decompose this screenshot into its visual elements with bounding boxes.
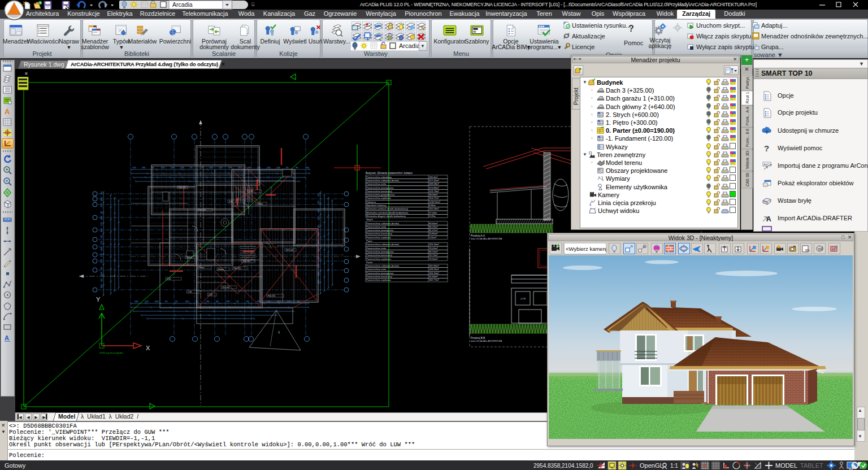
svg-text:244: 244: [276, 166, 280, 169]
svg-text:Kubatura: Kubatura: [366, 201, 376, 203]
svg-text:27.44m: 27.44m: [429, 211, 437, 214]
svg-text:379: 379: [100, 241, 103, 245]
svg-text:379: 379: [287, 300, 291, 303]
svg-text:TABLET: TABLET: [800, 462, 823, 469]
svg-text:<Wybierz kamerę>: <Wybierz kamerę>: [566, 246, 606, 252]
svg-text:124.73m²: 124.73m²: [429, 190, 439, 193]
svg-text:148.25m²: 148.25m²: [429, 268, 439, 271]
svg-text:Minimalna szerokość działki bu: Minimalna szerokość działki budowlanej: [366, 211, 408, 214]
svg-text:19.73m²: 19.73m²: [429, 254, 438, 256]
svg-text:244: 244: [100, 228, 103, 232]
svg-text:Minimalna wielkość działki (bu: Minimalna wielkość działki (budowlanej): [366, 207, 409, 210]
svg-text:156.15m²: 156.15m²: [429, 272, 439, 275]
svg-text:244: 244: [100, 247, 103, 251]
svg-text:90: 90: [100, 211, 103, 214]
svg-text:Podrys: Podrys: [745, 77, 750, 89]
svg-text:120: 120: [132, 166, 136, 169]
svg-text:81.47m²: 81.47m²: [429, 229, 438, 232]
svg-text:Strych: Strych: [366, 218, 374, 221]
svg-text:244: 244: [267, 166, 271, 169]
svg-text:610: 610: [155, 300, 159, 303]
svg-text:2.01: 2.01: [229, 201, 233, 203]
svg-text:181: 181: [134, 300, 138, 303]
svg-text:181: 181: [317, 224, 320, 228]
svg-text:Garaż: Garaż: [186, 256, 192, 259]
svg-text:Powierzchnia netto: Powierzchnia netto: [366, 268, 387, 271]
svg-text:3D: 3D: [818, 247, 822, 251]
svg-text:181: 181: [100, 234, 103, 238]
svg-text:Arcadia: Arcadia: [399, 42, 420, 49]
svg-text:379: 379: [100, 222, 103, 226]
svg-text:Powierzchnia konstrukcji: Powierzchnia konstrukcji: [366, 232, 392, 235]
svg-text:244: 244: [100, 197, 103, 201]
svg-text:38.58m²: 38.58m²: [429, 193, 438, 196]
svg-text:Powierzchnia całkowita (brutto: Powierzchnia całkowita (brutto): [366, 179, 400, 182]
svg-text:474.89m²: 474.89m²: [429, 186, 439, 189]
svg-text:181: 181: [100, 278, 103, 282]
svg-text:193.16m²: 193.16m²: [429, 243, 439, 246]
svg-text:244: 244: [305, 166, 309, 169]
svg-text:181: 181: [317, 248, 320, 252]
svg-text:GUW wsp.bezwzgledne: GUW wsp.bezwzgledne: [99, 351, 124, 354]
svg-text:Piętro: Piętro: [366, 240, 373, 242]
svg-text:120: 120: [206, 300, 210, 303]
svg-text:Powierzchnia netto: Powierzchnia netto: [366, 182, 387, 185]
svg-text:Powierzchnia netto: Powierzchnia netto: [366, 247, 387, 250]
svg-text:244: 244: [317, 208, 320, 212]
svg-text:Parter: Parter: [366, 261, 373, 264]
svg-text:55: 55: [175, 300, 178, 303]
svg-text:181.84m²: 181.84m²: [429, 264, 439, 267]
svg-text:80.25m²: 80.25m²: [429, 225, 438, 228]
svg-text:Przekr... B-B: Przekr... B-B: [745, 129, 750, 147]
svg-text:A: A: [5, 334, 9, 341]
svg-text:90: 90: [216, 300, 219, 303]
svg-text:76.50m²: 76.50m²: [429, 258, 438, 260]
svg-text:20.80m²: 20.80m²: [429, 232, 438, 235]
svg-text:A: A: [766, 215, 771, 223]
svg-text:181: 181: [317, 193, 320, 197]
svg-text:76.42m²: 76.42m²: [429, 247, 438, 250]
svg-text:Powierzchnia zabudowy: Powierzchnia zabudowy: [366, 176, 392, 179]
svg-text:Powierzchnia użytkowa: Powierzchnia użytkowa: [366, 278, 391, 281]
svg-text:182.77m²: 182.77m²: [429, 278, 439, 281]
svg-text:A: A: [5, 107, 10, 116]
svg-text:577.41m²: 577.41m²: [429, 179, 439, 182]
svg-text:Powierzchnia netto: Powierzchnia netto: [366, 225, 387, 228]
svg-text:379: 379: [100, 259, 103, 263]
svg-text:Garaż: Garaż: [218, 268, 224, 271]
svg-text:90: 90: [296, 166, 298, 169]
svg-text:Powierzchnia konstrukcji: Powierzchnia konstrukcji: [366, 190, 392, 193]
svg-text:Powierzchnia wewnętrzna: Powierzchnia wewnętrzna: [366, 229, 394, 232]
svg-text:OpenGL: OpenGL: [640, 462, 663, 469]
svg-text:82.21m²: 82.21m²: [429, 250, 438, 253]
svg-text:55: 55: [236, 300, 239, 303]
svg-text:Powierzchnia całkowita (brutto: Powierzchnia całkowita (brutto): [366, 264, 400, 267]
svg-text:379: 379: [100, 203, 103, 207]
svg-text:Powierzchnia wewnętrzna: Powierzchnia wewnętrzna: [366, 250, 394, 253]
svg-text:90: 90: [297, 300, 300, 303]
svg-text:120: 120: [317, 201, 320, 204]
svg-text:0.00m²: 0.00m²: [429, 236, 437, 239]
svg-text:90: 90: [100, 267, 103, 269]
svg-text:55: 55: [196, 300, 198, 303]
svg-text:Pok 211: Pok 211: [198, 209, 206, 211]
svg-text:379: 379: [226, 300, 230, 303]
svg-text:1.34: 1.34: [167, 278, 171, 280]
svg-text:2.01: 2.01: [209, 294, 212, 296]
svg-text:254.27m²: 254.27m²: [429, 197, 439, 199]
svg-text:120: 120: [317, 264, 320, 268]
svg-text:Parter: Parter: [199, 267, 205, 269]
svg-text:CAD 3D: CAD 3D: [745, 173, 750, 186]
svg-text:244: 244: [317, 280, 320, 284]
svg-text:83.84m²: 83.84m²: [429, 222, 438, 225]
svg-text:Wysokość kalenicy: Wysokość kalenicy: [366, 204, 387, 207]
svg-text:Powierzchnia całkowita (brutto: Powierzchnia całkowita (brutto): [366, 243, 400, 246]
svg-text:Przekrój B-B: Przekrój B-B: [471, 337, 485, 340]
svg-text:379: 379: [277, 300, 281, 303]
svg-text:Budynek: Zliczanie powierzchni: Budynek: Zliczanie powierzchni i kubatur: [366, 172, 413, 175]
svg-text:Powierzchnia konstrukcji: Powierzchnia konstrukcji: [366, 275, 392, 278]
svg-text:Garaż: Garaż: [257, 203, 263, 205]
svg-text:Powierzchnia użytkowa: Powierzchnia użytkowa: [366, 258, 391, 260]
svg-text:Pok 211: Pok 211: [268, 295, 275, 297]
svg-text:Pok 211: Pok 211: [243, 260, 250, 263]
